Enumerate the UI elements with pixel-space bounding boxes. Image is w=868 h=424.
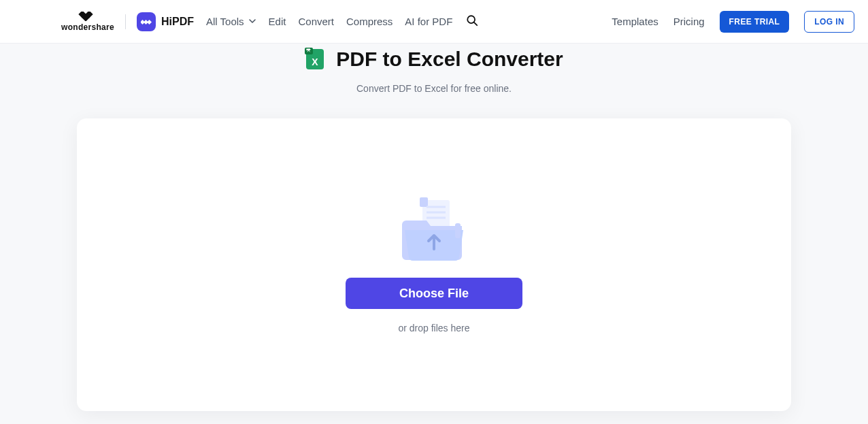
brand-name: HiPDF (161, 16, 194, 28)
wondershare-logo[interactable]: wondershare (61, 12, 114, 31)
login-button[interactable]: LOG IN (804, 11, 854, 33)
menu-label: AI for PDF (405, 16, 452, 27)
search-icon (466, 14, 478, 29)
menu-convert[interactable]: Convert (298, 16, 334, 27)
svg-line-7 (474, 22, 477, 25)
main-menu: All Tools Edit Convert Compress AI for P… (206, 14, 480, 29)
hero: X PDF to Excel Converter Convert PDF to … (0, 44, 868, 94)
hipdf-badge-icon (137, 12, 156, 31)
menu-label: Convert (298, 16, 334, 27)
menu-label: Edit (269, 16, 286, 27)
menu-all-tools[interactable]: All Tools (206, 16, 256, 27)
wondershare-mark-icon (78, 12, 97, 21)
brand-link[interactable]: HiPDF (137, 12, 194, 31)
page-subtitle: Convert PDF to Excel for free online. (0, 83, 868, 94)
menu-edit[interactable]: Edit (269, 16, 286, 27)
svg-rect-5 (147, 19, 152, 24)
nav-templates[interactable]: Templates (612, 16, 658, 27)
menu-label: Compress (346, 16, 393, 27)
free-trial-button[interactable]: FREE TRIAL (720, 11, 790, 33)
search-button[interactable] (465, 14, 480, 29)
svg-rect-12 (420, 197, 428, 207)
upload-folder-icon (397, 196, 471, 264)
page-title: PDF to Excel Converter (336, 48, 563, 71)
svg-text:X: X (312, 56, 319, 67)
nav-pricing[interactable]: Pricing (673, 16, 705, 27)
upload-panel[interactable]: Choose File or drop files here (77, 118, 791, 411)
top-nav: wondershare HiPDF All Tools (0, 0, 868, 44)
logo-block: wondershare HiPDF (61, 12, 194, 31)
nav-right: Templates Pricing FREE TRIAL LOG IN (612, 11, 854, 33)
menu-label: All Tools (206, 16, 244, 27)
menu-ai-for-pdf[interactable]: AI for PDF (405, 16, 452, 27)
drop-hint: or drop files here (398, 323, 469, 333)
excel-file-icon: X (305, 48, 325, 71)
page: X PDF to Excel Converter Convert PDF to … (0, 44, 868, 424)
wondershare-wordmark: wondershare (61, 23, 114, 31)
hero-title-row: X PDF to Excel Converter (305, 48, 563, 71)
choose-file-button[interactable]: Choose File (346, 278, 522, 309)
divider (125, 14, 126, 29)
chevron-down-icon (248, 16, 256, 27)
menu-compress[interactable]: Compress (346, 16, 393, 27)
svg-rect-16 (455, 223, 461, 238)
